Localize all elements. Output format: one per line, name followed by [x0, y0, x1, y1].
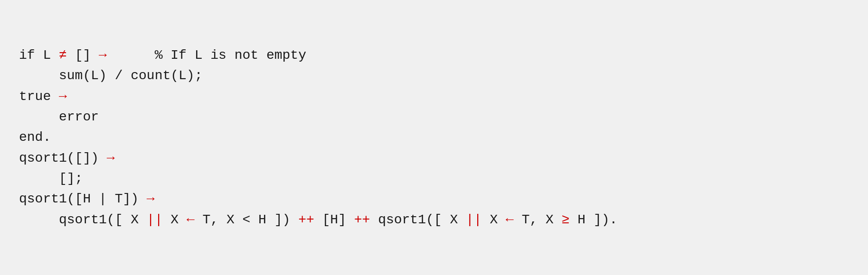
code-token: → — [107, 151, 115, 165]
code-token: || — [466, 212, 482, 227]
code-token: X — [162, 212, 186, 227]
code-token: T, X — [514, 212, 562, 227]
code-token: []; — [19, 171, 83, 186]
code-line: end. — [19, 127, 617, 147]
code-token: % If L is not empty — [107, 48, 306, 63]
code-token: qsort1([H | T]) — [19, 192, 147, 206]
code-token: end. — [19, 130, 51, 145]
code-token: qsort1([ X — [370, 212, 466, 227]
code-token: || — [147, 212, 163, 227]
code-line: qsort1([ X || X ← T, X < H ]) ++ [H] ++ … — [19, 210, 617, 230]
code-token: if L — [19, 48, 59, 63]
code-token: T, X < H ]) — [195, 212, 298, 227]
code-line: true → — [19, 86, 617, 107]
code-line: []; — [19, 168, 617, 189]
code-token: → — [147, 192, 155, 206]
code-line: qsort1([]) → — [19, 148, 617, 168]
code-token: [H] — [314, 212, 354, 227]
code-line: sum(L) / count(L); — [19, 65, 617, 86]
code-token: ≠ — [59, 48, 67, 63]
code-line: if L ≠ [] → % If L is not empty — [19, 45, 617, 65]
code-token: ++ — [354, 212, 370, 227]
code-token: H ]). — [569, 212, 617, 227]
code-token: → — [99, 48, 107, 63]
code-token: → — [59, 89, 67, 104]
code-token: ++ — [298, 212, 314, 227]
code-display: if L ≠ [] → % If L is not empty sum(L) /… — [19, 45, 617, 230]
code-token: X — [482, 212, 506, 227]
code-token: ← — [506, 212, 514, 227]
code-line: qsort1([H | T]) → — [19, 189, 617, 209]
code-line: error — [19, 107, 617, 127]
code-token: true — [19, 89, 59, 104]
code-token: [] — [67, 48, 99, 63]
code-token: sum(L) / count(L); — [19, 68, 202, 83]
code-token: error — [19, 110, 99, 124]
code-token: ≥ — [562, 212, 570, 227]
code-token: qsort1([]) — [19, 151, 107, 165]
code-token: ← — [187, 212, 195, 227]
code-token: qsort1([ X — [19, 212, 147, 227]
